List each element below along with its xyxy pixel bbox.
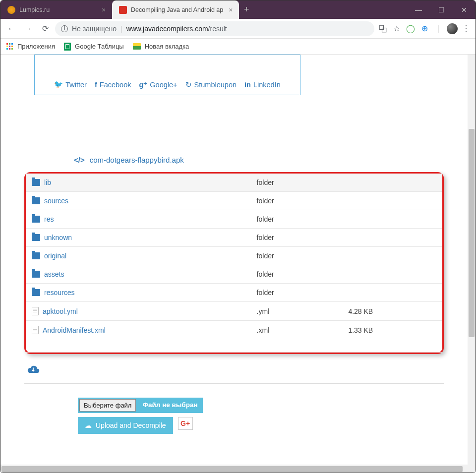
favicon-icon (7, 6, 15, 14)
apps-shortcut[interactable]: Приложения (6, 43, 55, 50)
file-type-label: folder (251, 247, 343, 265)
scroll-thumb[interactable] (469, 129, 475, 337)
bookmark-sheets[interactable]: Google Таблицы (64, 43, 124, 51)
code-icon: </> (74, 156, 85, 164)
social-stumbleupon[interactable]: ↻Stumbleupon (185, 80, 237, 89)
file-size-label (342, 229, 442, 247)
reload-button[interactable]: ⟳ (38, 22, 52, 36)
file-link[interactable]: apktool.yml (32, 307, 245, 315)
file-name-label: AndroidManifest.xml (43, 326, 106, 334)
file-type-label: folder (251, 229, 343, 247)
favicon-icon (119, 6, 127, 14)
upload-section: Выберите файл Файл не выбран ☁ Upload an… (24, 383, 444, 434)
svg-rect-0 (379, 25, 383, 29)
facebook-icon: f (95, 81, 97, 89)
file-name-label: sources (44, 197, 68, 205)
folder-icon (32, 271, 40, 278)
file-name-label: unknown (44, 234, 72, 241)
menu-icon[interactable]: ⋮ (461, 23, 472, 34)
forward-button[interactable]: → (21, 22, 35, 36)
file-link[interactable]: unknown (32, 234, 245, 241)
table-row: resfolder (26, 210, 442, 229)
folder-icon (32, 197, 40, 204)
horizontal-scrollbar[interactable] (0, 465, 476, 473)
url-input[interactable]: i Не защищено | www.javadecompilers.com/… (55, 21, 374, 36)
social-twitter[interactable]: 🐦Twitter (54, 80, 87, 89)
folder-icon (32, 179, 40, 186)
stumbleupon-icon: ↻ (185, 81, 192, 89)
social-facebook[interactable]: fFacebook (95, 80, 131, 89)
vertical-scrollbar[interactable] (468, 55, 476, 465)
star-icon[interactable]: ☆ (391, 23, 402, 34)
file-size-label (342, 174, 442, 192)
file-link[interactable]: sources (32, 197, 245, 205)
file-type-label: folder (251, 284, 343, 302)
file-type-label: folder (251, 210, 343, 229)
file-size-label: 1.33 KB (342, 321, 442, 353)
file-listing: libfoldersourcesfolderresfolderunknownfo… (24, 172, 444, 354)
file-size-label (342, 247, 442, 265)
address-bar: ← → ⟳ i Не защищено | www.javadecompiler… (0, 19, 476, 39)
file-icon (32, 326, 39, 334)
file-name-label: apktool.yml (43, 307, 78, 315)
translate-icon[interactable] (377, 23, 388, 34)
tab-lumpics[interactable]: Lumpics.ru × (0, 0, 112, 19)
file-link[interactable]: AndroidManifest.xml (32, 326, 245, 334)
table-row: sourcesfolder (26, 192, 442, 210)
table-row: assetsfolder (26, 265, 442, 284)
window-titlebar: Lumpics.ru × Decompiling Java and Androi… (0, 0, 476, 19)
cloud-upload-icon: ☁ (85, 421, 92, 429)
tab-decompiler[interactable]: Decompiling Java and Android ap × (112, 0, 239, 19)
download-all-button[interactable] (26, 364, 442, 377)
folder-icon (32, 289, 40, 296)
file-link[interactable]: original (32, 252, 245, 260)
file-type-label: folder (251, 192, 343, 210)
file-icon (32, 307, 39, 315)
file-name-label: original (44, 252, 66, 260)
linkedin-icon: in (244, 81, 251, 89)
separator: | (433, 23, 444, 34)
profile-avatar[interactable] (447, 23, 458, 34)
file-link[interactable]: res (32, 215, 245, 223)
choose-file-button[interactable]: Выберите файл (79, 399, 136, 412)
file-size-label (342, 192, 442, 210)
close-icon[interactable]: × (100, 6, 107, 13)
new-tab-button[interactable]: + (239, 0, 254, 19)
photo-icon (133, 43, 141, 50)
file-status-label: Файл не выбран (137, 398, 202, 413)
extension-icon[interactable]: ◯ (405, 23, 416, 34)
back-button[interactable]: ← (4, 22, 18, 36)
close-window-button[interactable]: ✕ (453, 0, 476, 19)
file-size-label: 4.28 KB (342, 302, 442, 321)
maximize-button[interactable]: ☐ (430, 0, 453, 19)
minimize-button[interactable]: — (407, 0, 430, 19)
file-input[interactable]: Выберите файл Файл не выбран (78, 398, 203, 413)
file-size-label (342, 210, 442, 229)
breadcrumb-link[interactable]: com-dotgears-flappybird.apk (90, 156, 184, 164)
svg-rect-1 (382, 28, 386, 32)
table-row: unknownfolder (26, 229, 442, 247)
tab-title: Decompiling Java and Android ap (131, 6, 223, 13)
googleplus-icon: g⁺ (139, 81, 147, 89)
tab-title: Lumpics.ru (19, 6, 96, 13)
social-googleplus[interactable]: g⁺Google+ (139, 80, 177, 89)
file-type-label: .yml (251, 302, 343, 321)
bookmark-newtab[interactable]: Новая вкладка (133, 43, 189, 50)
upload-decompile-button[interactable]: ☁ Upload and Decompile (78, 417, 173, 434)
extension-icon[interactable]: ⊕ (419, 23, 430, 34)
file-type-label: folder (251, 174, 343, 192)
social-linkedin[interactable]: inLinkedIn (244, 80, 281, 89)
folder-icon (32, 216, 40, 223)
file-link[interactable]: lib (32, 178, 245, 186)
table-row: AndroidManifest.xml.xml1.33 KB (26, 321, 442, 353)
close-icon[interactable]: × (227, 6, 234, 13)
file-type-label: folder (251, 265, 343, 284)
site-info-icon[interactable]: i (61, 25, 68, 32)
file-link[interactable]: assets (32, 270, 245, 278)
gplus-share-button[interactable]: G+ (178, 417, 193, 430)
file-link[interactable]: resources (32, 289, 245, 296)
file-name-label: lib (44, 178, 51, 186)
table-row: libfolder (26, 174, 442, 192)
apps-icon (6, 43, 13, 50)
scroll-thumb[interactable] (1, 466, 463, 472)
